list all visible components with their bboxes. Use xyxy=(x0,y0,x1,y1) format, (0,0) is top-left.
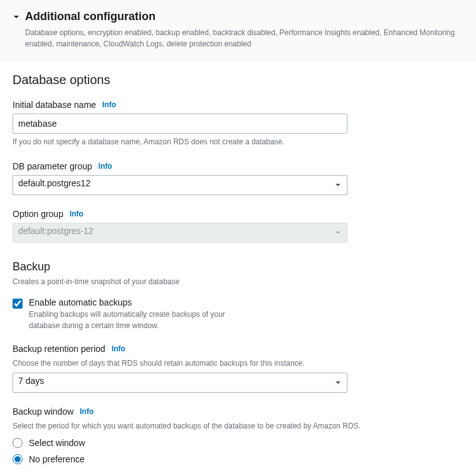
enable-auto-backups-checkbox[interactable] xyxy=(13,299,23,309)
option-group-label: Option group xyxy=(13,209,63,219)
enable-auto-backups-label[interactable]: Enable automatic backups xyxy=(29,297,463,307)
db-parameter-group-field: DB parameter group Info default.postgres… xyxy=(13,161,463,195)
db-param-label: DB parameter group xyxy=(13,161,92,171)
additional-configuration-header: Additional configuration Database option… xyxy=(0,0,476,60)
initial-db-help: If you do not specify a database name, A… xyxy=(13,136,463,147)
backup-window-field: Backup window Info Select the period for… xyxy=(13,407,463,464)
select-window-label[interactable]: Select window xyxy=(29,438,85,448)
select-window-radio[interactable] xyxy=(13,438,23,448)
no-preference-label[interactable]: No preference xyxy=(29,454,85,464)
database-options-heading: Database options xyxy=(13,73,463,87)
initial-db-input[interactable] xyxy=(13,114,347,134)
option-group-select: default:postgres-12 xyxy=(13,223,347,243)
backup-window-help: Select the period for which you want aut… xyxy=(13,420,463,432)
info-link[interactable]: Info xyxy=(112,344,125,353)
backup-window-label: Backup window xyxy=(13,407,73,417)
enable-auto-backups-row: Enable automatic backups Enabling backup… xyxy=(13,297,463,331)
info-link[interactable]: Info xyxy=(70,210,83,218)
retention-select[interactable]: 7 days xyxy=(13,373,347,393)
backup-subtitle: Creates a point-in-time snapshot of your… xyxy=(13,276,463,287)
initial-database-name-field: Initial database name Info If you do not… xyxy=(13,100,463,147)
info-link[interactable]: Info xyxy=(102,100,116,109)
retention-label: Backup retention period xyxy=(13,344,105,354)
info-link[interactable]: Info xyxy=(98,162,112,171)
section-subtitle: Database options, encryption enabled, ba… xyxy=(25,27,463,50)
retention-help: Choose the number of days that RDS shoul… xyxy=(13,358,463,369)
db-param-select[interactable]: default.postgres12 xyxy=(13,175,347,195)
info-link[interactable]: Info xyxy=(80,407,93,416)
initial-db-label: Initial database name xyxy=(13,100,96,110)
section-title: Additional configuration xyxy=(25,10,156,23)
option-group-field: Option group Info default:postgres-12 xyxy=(13,209,463,243)
collapse-caret-icon[interactable] xyxy=(13,13,20,21)
backup-retention-field: Backup retention period Info Choose the … xyxy=(13,344,463,393)
backup-heading: Backup xyxy=(13,260,463,274)
enable-auto-backups-help: Enabling backups will automatically crea… xyxy=(29,309,242,331)
no-preference-radio[interactable] xyxy=(13,454,23,464)
